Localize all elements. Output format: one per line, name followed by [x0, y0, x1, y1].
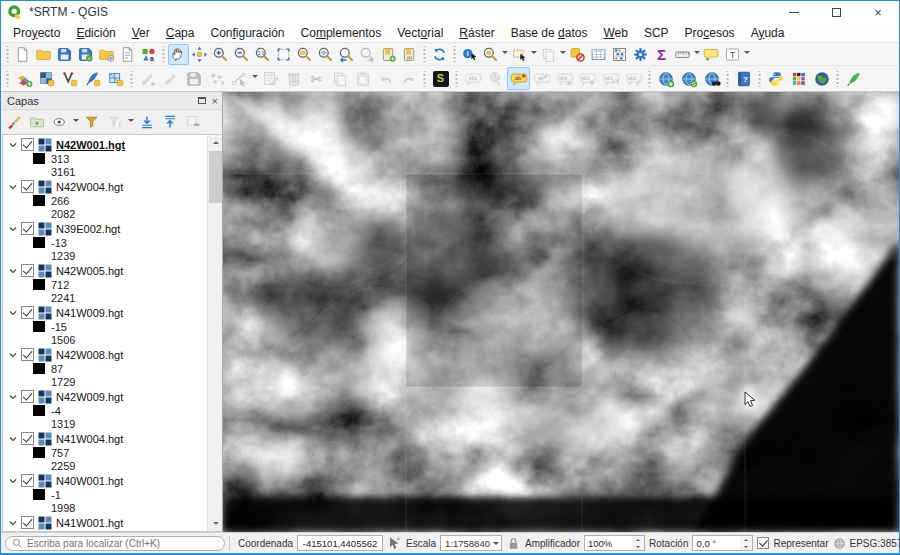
layer-checkbox[interactable]	[21, 348, 34, 361]
globe-add-icon[interactable]	[654, 67, 677, 90]
toolbar-grip[interactable]	[129, 71, 134, 87]
measure-dropdown[interactable]	[693, 44, 701, 65]
layer-checkbox[interactable]	[21, 474, 34, 487]
layer-checkbox[interactable]	[21, 306, 34, 319]
expander-icon[interactable]	[9, 225, 17, 233]
refresh-icon[interactable]	[429, 44, 450, 65]
save-project-as-icon[interactable]	[75, 44, 96, 65]
menu-item[interactable]: Procesos	[677, 24, 743, 42]
zoom-to-selection-icon[interactable]	[294, 44, 315, 65]
close-panel-icon[interactable]: ×	[212, 95, 218, 107]
maximize-button[interactable]	[815, 1, 857, 23]
coordinate-input[interactable]	[297, 535, 383, 551]
layer-name[interactable]: N41W001.hgt	[56, 517, 123, 529]
manage-map-themes-icon[interactable]	[49, 112, 71, 132]
minimize-button[interactable]	[773, 1, 815, 23]
menu-item[interactable]: SCP	[636, 24, 677, 42]
toolbar-grip[interactable]	[725, 71, 730, 87]
labeling-options-icon[interactable]: abc	[461, 67, 484, 90]
filter-legend-icon[interactable]	[81, 112, 103, 132]
open-layer-styling-icon[interactable]	[3, 112, 25, 132]
crs-globe-icon[interactable]	[833, 537, 846, 550]
style-manager-icon[interactable]: a	[138, 44, 159, 65]
layer-row[interactable]: N42W008.hgt	[3, 347, 207, 362]
scroll-up-icon[interactable]	[208, 135, 222, 150]
map-themes-dropdown[interactable]	[72, 114, 80, 130]
new-shapefile-icon[interactable]	[81, 67, 104, 90]
menu-item[interactable]: Web	[595, 24, 635, 42]
layer-name[interactable]: N39E002.hgt	[56, 223, 120, 235]
globe-sync-icon[interactable]	[677, 67, 700, 90]
layer-row[interactable]: N42W001.hgt	[3, 137, 207, 152]
undo-icon[interactable]	[374, 67, 397, 90]
invert-selection-icon[interactable]	[567, 44, 588, 65]
expander-icon[interactable]	[9, 519, 17, 527]
toolbar-grip[interactable]	[5, 71, 10, 87]
toolbar-grip[interactable]	[757, 71, 762, 87]
lock-scale-icon[interactable]	[506, 536, 521, 551]
identify-features-icon[interactable]: i	[459, 44, 480, 65]
coordinate-display-toggle-icon[interactable]	[387, 536, 402, 551]
layer-name[interactable]: N42W001.hgt	[56, 139, 125, 151]
layer-row[interactable]: N41W001.hgt	[3, 515, 207, 530]
expander-icon[interactable]	[9, 141, 17, 149]
expand-all-icon[interactable]	[136, 112, 158, 132]
layer-name[interactable]: N41W004.hgt	[56, 433, 123, 445]
vertex-tool-icon[interactable]	[228, 67, 251, 90]
rotation-input[interactable]	[692, 535, 740, 551]
statistical-summary-icon[interactable]	[609, 44, 630, 65]
band-set-icon[interactable]	[787, 67, 810, 90]
diagram-options-icon[interactable]	[484, 67, 507, 90]
modify-attributes-icon[interactable]	[259, 67, 282, 90]
processing-toolbox-icon[interactable]	[630, 44, 651, 65]
add-vector-layer-icon[interactable]	[58, 67, 81, 90]
redo-icon[interactable]	[397, 67, 420, 90]
layout-manager-icon[interactable]	[117, 44, 138, 65]
menu-item[interactable]: Ayuda	[743, 24, 793, 42]
expander-icon[interactable]	[9, 435, 17, 443]
locator-box[interactable]	[5, 536, 225, 551]
expander-icon[interactable]	[9, 351, 17, 359]
move-label-icon[interactable]: abc	[576, 67, 599, 90]
new-bookmark-icon[interactable]	[378, 44, 399, 65]
filter-by-expression-icon[interactable]: ε	[104, 112, 126, 132]
layer-checkbox[interactable]	[21, 432, 34, 445]
layer-name[interactable]: N42W008.hgt	[56, 349, 123, 361]
magnifier-spinner[interactable]	[632, 535, 645, 551]
rotation-spinner[interactable]	[740, 535, 753, 551]
add-feature-icon[interactable]	[205, 67, 228, 90]
layer-row[interactable]: N41W009.hgt	[3, 305, 207, 320]
magnifier-input[interactable]	[584, 535, 632, 551]
select-features-dropdown[interactable]	[501, 44, 509, 65]
scp-plugin-icon[interactable]: S	[429, 67, 452, 90]
menu-item[interactable]: Vectorial	[389, 24, 451, 42]
zoom-native-icon[interactable]: 1:1	[252, 44, 273, 65]
sum-features-icon[interactable]: Σ	[651, 44, 672, 65]
layer-checkbox[interactable]	[21, 516, 34, 529]
menu-item[interactable]: Ver	[124, 24, 158, 42]
layer-row[interactable]: N42W004.hgt	[3, 179, 207, 194]
vertex-tool-dropdown[interactable]	[251, 68, 259, 89]
new-layout-icon[interactable]	[96, 44, 117, 65]
layer-checkbox[interactable]	[21, 390, 34, 403]
crs-label[interactable]: EPSG:3857	[850, 538, 900, 549]
remove-layer-icon[interactable]	[182, 112, 204, 132]
layer-name[interactable]: N42W009.hgt	[56, 391, 123, 403]
layer-checkbox[interactable]	[21, 180, 34, 193]
show-bookmarks-icon[interactable]	[399, 44, 420, 65]
pan-map-icon[interactable]	[168, 44, 189, 65]
close-button[interactable]: ×	[857, 1, 899, 23]
rotate-label-icon[interactable]: abc	[599, 67, 622, 90]
toggle-editing-icon[interactable]	[159, 67, 182, 90]
filter-expression-dropdown[interactable]	[127, 114, 135, 130]
show-hide-labels-icon[interactable]: abc	[553, 67, 576, 90]
title-bar[interactable]: *SRTM - QGIS ×	[1, 1, 899, 23]
menu-item[interactable]: Edición	[68, 24, 123, 42]
add-group-icon[interactable]	[26, 112, 48, 132]
layer-row[interactable]: N39E002.hgt	[3, 221, 207, 236]
layer-name[interactable]: N41W009.hgt	[56, 307, 123, 319]
plugin-feather-icon[interactable]	[842, 67, 865, 90]
deselect-dropdown[interactable]	[559, 44, 567, 65]
deselect-icon[interactable]	[538, 44, 559, 65]
cut-features-icon[interactable]: ✂	[305, 67, 328, 90]
